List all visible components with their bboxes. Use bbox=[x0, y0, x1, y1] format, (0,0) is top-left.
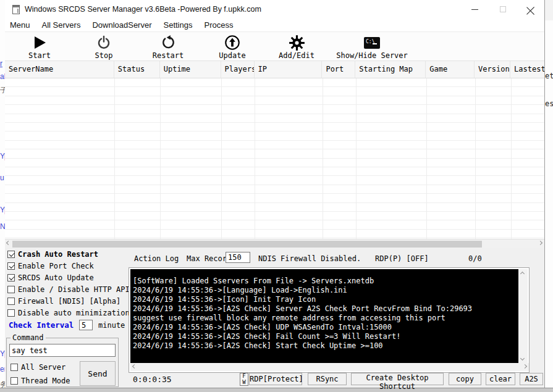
fw-toggle-button[interactable]: F W bbox=[240, 373, 248, 386]
create-desktop-shortcut-button[interactable]: Create Desktop Shortcut bbox=[351, 373, 444, 385]
toolbar: Start Stop Restart Update bbox=[5, 32, 544, 61]
checkbox-srcds-auto-update[interactable]: SRCDS Auto Update bbox=[7, 273, 94, 283]
stop-button[interactable]: Stop bbox=[72, 32, 136, 60]
menu-item-all-servers[interactable]: All Servers bbox=[42, 20, 81, 30]
menu-item-menu[interactable]: Menu bbox=[10, 20, 30, 30]
checkbox-label: Enable Port Check bbox=[18, 262, 94, 270]
a2s-button[interactable]: A2S bbox=[520, 373, 543, 385]
scroll-up-icon[interactable] bbox=[520, 272, 525, 276]
close-icon bbox=[526, 6, 534, 14]
background-bottom-strip bbox=[0, 388, 553, 392]
column-divider bbox=[160, 78, 161, 239]
screen: r al 子 Yp u Yp N Yp er 务 et est Windows … bbox=[0, 0, 553, 392]
background-fragment: Yp bbox=[0, 349, 5, 358]
start-button[interactable]: Start bbox=[7, 32, 72, 60]
checkbox-icon bbox=[7, 262, 15, 270]
maximize-button[interactable] bbox=[489, 0, 517, 19]
column-header-version[interactable]: Version bbox=[475, 61, 510, 78]
command-input[interactable] bbox=[9, 344, 116, 357]
rdp-protect-button[interactable]: RDP[Protect] bbox=[249, 373, 302, 385]
column-divider bbox=[356, 78, 357, 239]
menu-bar: Menu All Servers DownloadServer Settings… bbox=[5, 19, 544, 32]
column-header-lastest[interactable]: Lastest bbox=[510, 61, 544, 78]
show-hide-server-button[interactable]: Show/Hide Server bbox=[329, 32, 415, 60]
table-horizontal-scrollbar[interactable] bbox=[5, 239, 544, 248]
toolbar-label: Add/Edit bbox=[279, 52, 314, 60]
column-header-starting-map[interactable]: Starting Map bbox=[355, 61, 426, 78]
uptime-timer: 0:0:0:35 bbox=[133, 375, 172, 384]
toolbar-label: Start bbox=[28, 52, 51, 60]
log-horizontal-scrollbar[interactable] bbox=[130, 363, 529, 371]
column-divider bbox=[475, 78, 476, 239]
checkbox-disable-auto-minimization[interactable]: Disable auto minimization bbox=[7, 308, 130, 318]
scroll-left-icon[interactable] bbox=[6, 241, 11, 245]
column-header-uptime[interactable]: Uptime bbox=[160, 61, 221, 78]
scroll-left-icon[interactable] bbox=[132, 364, 137, 369]
menu-item-process[interactable]: Process bbox=[204, 20, 233, 30]
column-header-game[interactable]: Game bbox=[426, 61, 475, 78]
check-interval-input[interactable] bbox=[79, 320, 93, 330]
checkbox-label: All Server bbox=[21, 363, 65, 372]
check-interval-label: Check Interval bbox=[9, 320, 79, 330]
checkbox-icon bbox=[7, 251, 15, 258]
background-fragment: 子 bbox=[0, 85, 5, 96]
server-table-body bbox=[5, 78, 544, 239]
background-fragment: al bbox=[0, 72, 5, 81]
checkbox-label: Disable auto minimization bbox=[18, 309, 130, 317]
minimize-button[interactable] bbox=[461, 0, 489, 19]
add-edit-button[interactable]: Add/Edit bbox=[264, 32, 329, 60]
scroll-right-icon[interactable] bbox=[523, 364, 527, 369]
status-bar: 0:0:0:35 F W RDP[Protect] RSync Create D… bbox=[5, 373, 544, 386]
scrollbar-thumb[interactable] bbox=[12, 241, 482, 248]
log-line: 2024/6/19 14:55:36->[Language] Load->Eng… bbox=[133, 286, 518, 295]
log-output: [SoftWare] Loaded Sservers From File -> … bbox=[130, 269, 518, 363]
background-fragment: er bbox=[0, 365, 5, 373]
checkbox-all-server[interactable]: All Server bbox=[11, 362, 65, 372]
checkbox-firewall-ndis[interactable]: Firewall [NDIS] [Alpha] bbox=[7, 296, 120, 306]
app-icon bbox=[12, 5, 20, 14]
check-interval-row: Check Interval minute bbox=[9, 320, 125, 330]
toolbar-label: Restart bbox=[153, 52, 184, 60]
checkbox-label: Enable / Disable HTTP API bbox=[18, 285, 130, 294]
ndis-status-text: NDIS Firewall Disabled. bbox=[258, 254, 361, 263]
scroll-down-icon[interactable] bbox=[520, 356, 525, 361]
log-line: 2024/6/19 14:55:36->[A2S Check] Fail Cou… bbox=[133, 332, 518, 341]
clear-button[interactable]: clear bbox=[486, 373, 515, 385]
background-left-strip: r al 子 Yp u Yp N Yp er 务 bbox=[0, 0, 5, 388]
background-fragment: 务 bbox=[0, 380, 5, 388]
column-header-ip[interactable]: IP bbox=[255, 61, 323, 78]
copy-button[interactable]: copy bbox=[449, 373, 481, 385]
log-line: 2024/6/19 14:55:36->[A2S Check] UDP WSAS… bbox=[133, 323, 518, 332]
command-group-label: Command bbox=[11, 333, 46, 342]
rdp-status-text: RDP(P) [OFF] bbox=[375, 254, 429, 263]
column-divider bbox=[221, 78, 222, 239]
log-line: 2024/6/19 14:55:36->[Icon] Init Tray Ico… bbox=[133, 295, 518, 304]
checkbox-icon bbox=[7, 298, 15, 305]
column-header-status[interactable]: Status bbox=[114, 61, 160, 78]
menu-item-downloadserver[interactable]: DownloadServer bbox=[92, 20, 151, 30]
column-header-port[interactable]: Port bbox=[322, 61, 355, 78]
update-button[interactable]: Update bbox=[200, 32, 264, 60]
checkbox-crash-auto-restart[interactable]: Crash Auto Restart bbox=[7, 249, 98, 259]
checkbox-http-api[interactable]: Enable / Disable HTTP API bbox=[7, 285, 130, 294]
column-header-servername[interactable]: ServerName bbox=[5, 61, 114, 78]
toolbar-label: Update bbox=[219, 52, 245, 60]
background-right-strip: et est bbox=[545, 0, 553, 388]
column-header-players[interactable]: Players bbox=[221, 61, 255, 78]
column-divider bbox=[323, 78, 323, 239]
menu-item-settings[interactable]: Settings bbox=[164, 20, 193, 30]
log-line: 2024/6/19 14:55:36->[A2S Check] Server A… bbox=[133, 304, 518, 314]
column-divider bbox=[511, 78, 512, 239]
max-records-input[interactable] bbox=[226, 252, 250, 263]
checkbox-enable-port-check[interactable]: Enable Port Check bbox=[7, 261, 94, 271]
rsync-button[interactable]: RSync bbox=[308, 373, 347, 385]
background-fragment: et bbox=[545, 72, 553, 80]
scroll-right-icon[interactable] bbox=[538, 241, 542, 245]
column-divider bbox=[255, 78, 255, 239]
restart-button[interactable]: Restart bbox=[136, 32, 200, 60]
log-vertical-scrollbar[interactable] bbox=[518, 269, 528, 363]
app-window: Windows SRCDS Server Manager v3.6Beta -P… bbox=[5, 0, 545, 388]
close-button[interactable] bbox=[517, 0, 544, 19]
background-fragment: u bbox=[0, 173, 4, 182]
action-log-label: Action Log bbox=[134, 254, 179, 263]
